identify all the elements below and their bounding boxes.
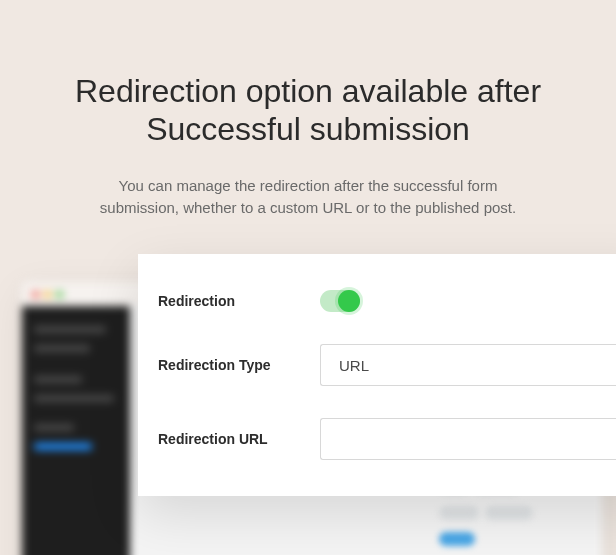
redirection-type-select[interactable]: URL: [320, 344, 616, 386]
hero-section: Redirection option available after Succe…: [0, 0, 616, 220]
illustration-stage: Redirection Redirection Type URL Redirec…: [0, 250, 616, 555]
page-description: You can manage the redirection after the…: [78, 175, 538, 220]
redirection-type-value: URL: [339, 357, 369, 374]
redirection-url-label: Redirection URL: [158, 431, 320, 447]
settings-panel: Redirection Redirection Type URL Redirec…: [138, 254, 616, 496]
window-close-dot: [32, 291, 39, 298]
redirection-url-row: Redirection URL: [138, 406, 616, 472]
redirection-type-label: Redirection Type: [158, 357, 320, 373]
window-minimize-dot: [44, 291, 51, 298]
redirection-row: Redirection: [138, 278, 616, 324]
redirection-type-row: Redirection Type URL: [138, 332, 616, 398]
redirection-url-input[interactable]: [320, 418, 616, 460]
mock-sidebar: [22, 306, 130, 555]
window-zoom-dot: [56, 291, 63, 298]
redirection-toggle[interactable]: [320, 290, 360, 312]
page-title: Redirection option available after Succe…: [68, 72, 548, 149]
redirection-label: Redirection: [158, 293, 320, 309]
